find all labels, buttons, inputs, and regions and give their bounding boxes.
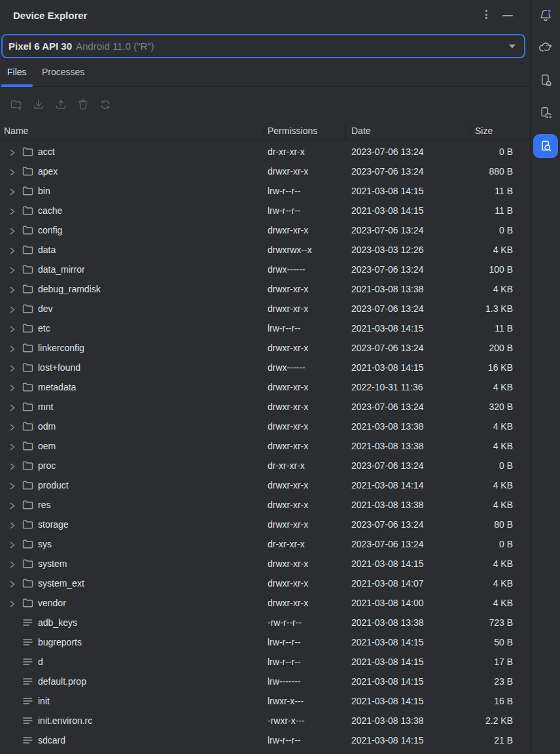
entry-permissions: lrw-r--r-- [268,632,301,652]
column-header-size[interactable]: Size [475,123,493,139]
file-icon [22,735,33,745]
sync-icon[interactable] [99,98,112,111]
table-row[interactable]: devdrwxr-xr-x2023-07-06 13:241.3 KB [0,299,530,318]
entry-name: product [38,480,69,490]
expand-chevron-icon[interactable] [9,364,16,372]
table-row[interactable]: binlrw-r--r--2021-03-08 14:1511 B [0,181,530,201]
expand-chevron-icon[interactable] [9,383,16,392]
new-folder-icon[interactable] [10,98,23,111]
expand-chevron-icon[interactable] [9,560,16,568]
folder-icon [22,402,33,412]
table-row[interactable]: etclrw-r--r--2021-03-08 14:1511 B [0,318,530,338]
table-row[interactable]: adb_keys-rw-r--r--2021-03-08 13:38723 B [0,613,530,632]
entry-name: oem [38,441,56,451]
expand-chevron-icon[interactable] [9,540,16,549]
entry-size: 23 B [470,672,513,691]
folder-icon [22,558,33,569]
expand-chevron-icon[interactable] [9,579,16,588]
entry-permissions: dr-xr-xr-x [268,456,305,475]
expand-chevron-icon[interactable] [9,521,16,529]
column-header-name[interactable]: Name [4,123,28,139]
table-row[interactable]: storagedrwxr-xr-x2023-07-06 13:2480 B [0,515,530,534]
expand-chevron-icon[interactable] [9,167,16,176]
entry-permissions: drwxr-xr-x [268,397,308,417]
entry-name: etc [38,323,50,334]
tab-processes[interactable]: Processes [42,59,84,85]
table-row[interactable]: configdrwxr-xr-x2023-07-06 13:240 B [0,220,530,240]
table-row[interactable]: oemdrwxr-xr-x2021-03-08 13:384 KB [0,436,530,456]
running-devices-icon[interactable] [538,105,553,121]
download-icon[interactable] [32,98,45,111]
expand-chevron-icon[interactable] [9,246,16,254]
expand-chevron-icon[interactable] [9,501,16,509]
table-row[interactable]: bugreportslrw-r--r--2021-03-08 14:1550 B [0,632,530,652]
column-header-permissions[interactable]: Permissions [268,123,317,139]
expand-chevron-icon[interactable] [9,207,16,215]
table-row[interactable]: odmdrwxr-xr-x2021-03-08 13:384 KB [0,417,530,436]
table-row[interactable]: cachelrw-r--r--2021-03-08 14:1511 B [0,201,530,220]
table-row[interactable]: dlrw-r--r--2021-03-08 14:1517 B [0,652,530,672]
delete-icon[interactable] [77,98,90,111]
folder-icon [22,421,33,432]
table-row[interactable]: system_extdrwxr-xr-x2021-03-08 14:074 KB [0,574,530,593]
chevron-spacer [9,717,16,725]
expand-chevron-icon[interactable] [9,422,16,431]
expand-chevron-icon[interactable] [9,403,16,411]
table-row[interactable]: procdr-xr-xr-x2023-07-06 13:240 B [0,456,530,475]
tab-files[interactable]: Files [7,59,27,85]
table-row[interactable]: apexdrwxr-xr-x2023-07-06 13:24880 B [0,162,530,181]
expand-chevron-icon[interactable] [9,266,16,274]
table-row[interactable]: linkerconfigdrwxr-xr-x2023-07-06 13:2420… [0,338,530,358]
expand-chevron-icon[interactable] [9,344,16,352]
table-row[interactable]: data_mirrordrwx------2023-07-06 13:24100… [0,260,530,279]
file-name-cell: metadata [0,377,264,397]
options-menu-icon[interactable] [483,9,489,23]
expand-chevron-icon[interactable] [9,599,16,608]
folder-icon [22,146,33,157]
expand-chevron-icon[interactable] [9,285,16,294]
table-row[interactable]: datadrwxrwx--x2023-03-03 12:264 KB [0,240,530,260]
expand-chevron-icon[interactable] [9,462,16,470]
tool-window-stripe [530,0,560,754]
entry-size: 50 B [470,632,513,652]
table-row[interactable]: metadatadrwxr-xr-x2022-10-31 11:364 KB [0,377,530,397]
table-row[interactable]: resdrwxr-xr-x2021-03-08 13:384 KB [0,495,530,515]
table-row[interactable]: debug_ramdiskdrwxr-xr-x2021-03-08 13:384… [0,279,530,299]
device-selector-dropdown[interactable]: Pixel 6 API 30 Android 11.0 ("R") [1,34,525,58]
notifications-bell-icon[interactable] [538,8,553,24]
column-header-date[interactable]: Date [351,123,371,139]
table-row[interactable]: acctdr-xr-xr-x2023-07-06 13:240 B [0,142,530,162]
column-divider[interactable] [345,123,346,140]
table-row[interactable]: vendordrwxr-xr-x2021-03-08 14:004 KB [0,593,530,613]
folder-icon [22,382,33,392]
device-manager-icon[interactable] [538,73,553,88]
table-row[interactable]: sdcardlrw-r--r--2021-03-08 14:1521 B [0,730,530,750]
expand-chevron-icon[interactable] [9,187,16,196]
expand-chevron-icon[interactable] [9,481,16,490]
folder-icon [22,362,33,373]
column-divider[interactable] [264,123,264,140]
file-name-cell: apex [0,162,264,181]
column-divider[interactable] [470,123,470,140]
expand-chevron-icon[interactable] [9,226,16,235]
upload-icon[interactable] [54,98,67,111]
table-row[interactable]: lost+founddrwx------2021-03-08 14:1516 K… [0,358,530,377]
table-row[interactable]: default.proplrw-------2021-03-08 14:1523… [0,672,530,691]
table-row[interactable]: initlrwxr-x---2021-03-08 14:1516 B [0,691,530,711]
entry-name: config [38,225,62,235]
expand-chevron-icon[interactable] [9,442,16,451]
entry-size: 4 KB [470,495,513,515]
table-row[interactable]: init.environ.rc-rwxr-x---2021-03-08 13:3… [0,711,530,730]
expand-chevron-icon[interactable] [9,324,16,333]
table-row[interactable]: productdrwxr-xr-x2021-03-08 14:144 KB [0,475,530,495]
table-row[interactable]: mntdrwxr-xr-x2023-07-06 13:24320 B [0,397,530,417]
hide-panel-icon[interactable] [502,15,513,16]
entry-name: system_ext [38,578,84,589]
table-row[interactable]: sysdr-xr-xr-x2023-07-06 13:240 B [0,534,530,554]
selected-device-os: Android 11.0 ("R") [76,41,154,52]
gradle-elephant-icon[interactable] [538,40,553,56]
expand-chevron-icon[interactable] [9,148,16,156]
table-row[interactable]: systemdrwxr-xr-x2021-03-08 14:154 KB [0,554,530,574]
device-explorer-icon[interactable] [533,134,558,158]
expand-chevron-icon[interactable] [9,305,16,313]
